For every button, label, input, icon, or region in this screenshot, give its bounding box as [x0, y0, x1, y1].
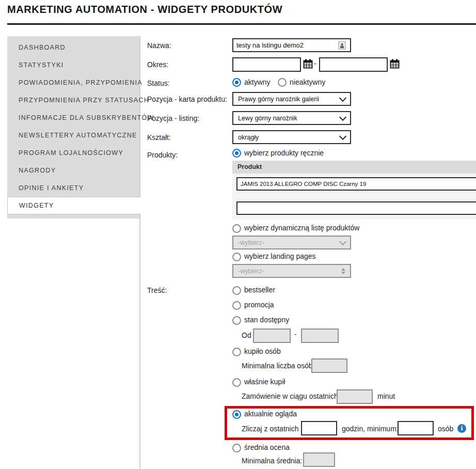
min-liczba-osob-input[interactable]: [311, 358, 347, 373]
promocja-radio[interactable]: [232, 301, 241, 310]
chevron-down-icon: [339, 238, 346, 245]
dynamiczna-lista-select-value: -wybierz-: [238, 239, 264, 246]
min-srednia-label: Minimalna średnia:: [242, 457, 303, 465]
status-nieaktywny-radio[interactable]: [278, 78, 287, 87]
ksztalt-label: Kształt:: [147, 133, 171, 142]
status-aktywny-radio[interactable]: [232, 78, 241, 87]
chevron-down-icon: [339, 94, 346, 101]
produkt-table-header: Produkt: [232, 161, 476, 174]
produkty-label: Produkty:: [147, 151, 178, 159]
stan-separator: -: [294, 330, 297, 338]
srednia-ocena-label[interactable]: średnia ocena: [244, 443, 290, 451]
okres-separator: -: [314, 59, 316, 68]
sidebar-item-widgety[interactable]: WIDGETY: [7, 197, 141, 214]
sidebar-item-dashboard[interactable]: DASHBOARD: [7, 39, 139, 56]
ksztalt-select-value: okrągły: [238, 134, 259, 141]
okres-from-calendar-icon[interactable]: [303, 59, 313, 69]
zamowienie-minuty-input[interactable]: [337, 389, 373, 404]
pozycja-karta-label: Pozycja - karta produktu:: [147, 95, 227, 103]
zliczaj-godziny-input[interactable]: [301, 421, 337, 435]
stan-od-input[interactable]: [253, 329, 291, 343]
dynamiczna-lista-select[interactable]: -wybierz-: [232, 236, 351, 249]
chevron-down-icon: [339, 113, 346, 120]
wlasnie-kupil-radio[interactable]: [232, 378, 241, 387]
minimum-osob-input[interactable]: [398, 421, 434, 435]
produkt-row-input-1[interactable]: [236, 177, 476, 191]
okres-to-calendar-icon[interactable]: [390, 59, 400, 69]
bestseller-radio[interactable]: [232, 286, 241, 295]
sidebar-item-przypomnienia-przy-statusach[interactable]: PRZYPOMNIENIA PRZY STATUSACH: [7, 91, 139, 109]
tresc-label: Treść:: [147, 286, 167, 294]
status-nieaktywny-label[interactable]: nieaktywny: [290, 78, 325, 86]
osob-label: osób: [438, 425, 453, 433]
page-title: MARKETING AUTOMATION - WIDGETY PRODUKTÓW: [7, 4, 282, 15]
stan-do-input[interactable]: [301, 329, 339, 343]
dynamiczna-lista-radio[interactable]: [232, 224, 241, 233]
sidebar-item-newslettery-automatyczne[interactable]: NEWSLETTERY AUTOMATYCZNE: [7, 127, 139, 144]
bestseller-label[interactable]: bestseller: [244, 286, 275, 294]
pozycja-listing-select[interactable]: Lewy górny narożnik: [232, 111, 351, 125]
kupilo-osob-radio[interactable]: [232, 348, 241, 356]
landing-pages-select-value: -wybierz-: [238, 268, 264, 275]
pozycja-listing-label: Pozycja - listing:: [147, 114, 199, 122]
landing-pages-label[interactable]: wybierz landing pages: [244, 252, 316, 260]
sidebar: DASHBOARD STATYSTYKI POWIADOMIENIA, PRZY…: [7, 36, 139, 218]
min-srednia-input[interactable]: [303, 452, 335, 467]
sidebar-item-program-lojalnosciowy[interactable]: PROGRAM LOJALNOŚCIOWY: [7, 144, 139, 162]
pozycja-listing-select-value: Lewy górny narożnik: [238, 115, 297, 122]
sidebar-item-informacje-dla-subskrybentow[interactable]: INFORMACJE DLA SUBSKRYBENTÓW: [7, 109, 139, 127]
produkt-row-input-2[interactable]: [236, 201, 476, 215]
aktualnie-oglada-label[interactable]: aktualnie ogląda: [244, 410, 297, 418]
info-icon[interactable]: i: [457, 424, 466, 433]
promocja-label[interactable]: promocja: [244, 301, 274, 309]
sidebar-item-statystyki[interactable]: STATYSTYKI: [7, 56, 139, 74]
min-liczba-osob-label: Minimalna liczba osób: [242, 362, 313, 370]
ksztalt-select[interactable]: okrągły: [232, 130, 351, 144]
up-down-arrows-icon: [341, 268, 345, 274]
status-aktywny-label[interactable]: aktywny: [244, 78, 271, 86]
stan-dostepny-radio[interactable]: [232, 316, 241, 325]
nazwa-label: Nazwa:: [147, 41, 171, 50]
autofill-icon[interactable]: [338, 41, 346, 50]
status-label: Status:: [147, 79, 170, 87]
zliczaj-label: Zliczaj z ostatnich: [242, 425, 298, 433]
sidebar-item-powiadomienia-przypomienia[interactable]: POWIADOMIENIA, PRZYPOMIENIA: [7, 74, 139, 91]
nazwa-input[interactable]: [232, 38, 351, 52]
stan-od-label: Od: [242, 331, 251, 339]
minut-label: minut: [377, 392, 395, 400]
sidebar-item-nagrody[interactable]: NAGRODY: [7, 162, 139, 179]
pozycja-karta-select-value: Prawy górny narożnik galerii: [238, 96, 319, 103]
godzin-minimum-label: godzin, minimum:: [342, 425, 399, 433]
landing-pages-radio[interactable]: [232, 253, 241, 261]
landing-pages-select[interactable]: -wybierz-: [232, 264, 351, 278]
dynamiczna-lista-label[interactable]: wybierz dynamiczną listę produktów: [244, 224, 359, 232]
wlasnie-kupil-label[interactable]: właśnie kupił: [244, 378, 285, 386]
kupilo-osob-label[interactable]: kupiło osób: [244, 347, 281, 355]
stan-dostepny-label[interactable]: stan dostępny: [244, 316, 289, 324]
chevron-down-icon: [339, 132, 346, 139]
aktualnie-oglada-radio[interactable]: [232, 410, 241, 419]
srednia-ocena-radio[interactable]: [232, 444, 241, 452]
okres-to-input[interactable]: [319, 57, 388, 72]
produkty-recznie-label[interactable]: wybierz produkty ręcznie: [244, 149, 324, 157]
okres-from-input[interactable]: [232, 57, 301, 72]
sidebar-item-opinie-i-ankiety[interactable]: OPINIE I ANKIETY: [7, 179, 139, 197]
okres-label: Okres:: [147, 60, 168, 69]
title-divider: [7, 23, 476, 25]
produkty-recznie-radio[interactable]: [232, 149, 241, 158]
pozycja-karta-select[interactable]: Prawy górny narożnik galerii: [232, 92, 351, 106]
page: MARKETING AUTOMATION - WIDGETY PRODUKTÓW…: [0, 0, 476, 469]
zamowienie-label: Zamówienie w ciągu ostatnich: [242, 392, 338, 400]
